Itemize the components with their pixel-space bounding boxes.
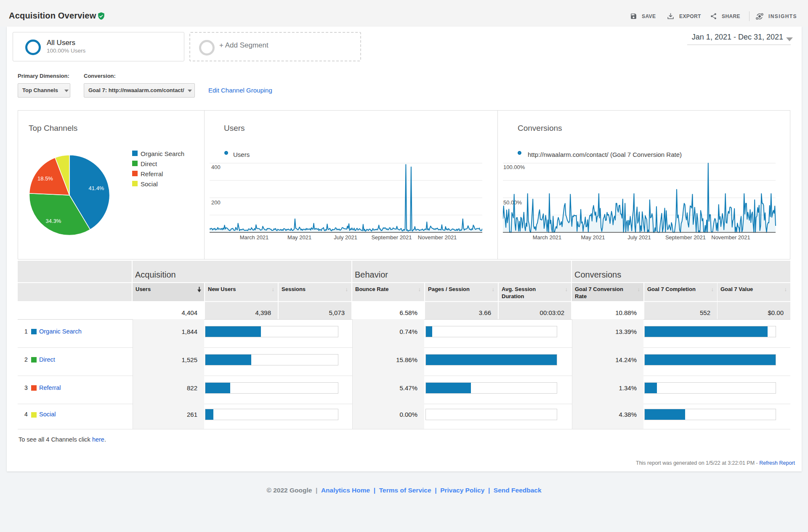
svg-text:18.5%: 18.5% [37, 175, 53, 182]
svg-text:34.3%: 34.3% [46, 218, 61, 224]
svg-text:41.4%: 41.4% [89, 185, 104, 191]
